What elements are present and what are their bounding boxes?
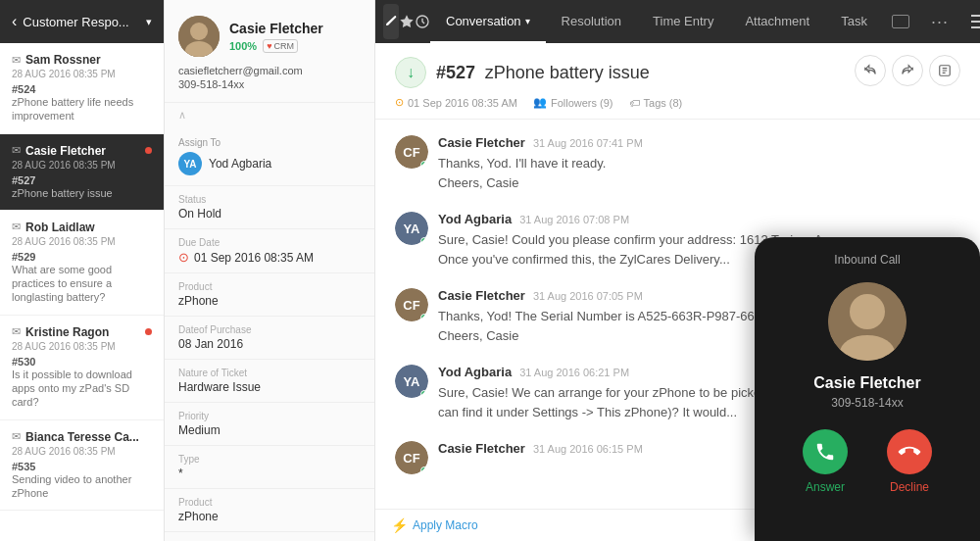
msg-avatar: CF	[395, 135, 428, 169]
ticket-number: #527	[12, 174, 152, 186]
call-buttons: Answer Decline	[803, 429, 932, 494]
contact-header: Casie Fletcher 100% ♥ CRM casiefletcherr…	[165, 0, 374, 103]
svg-rect-4	[971, 15, 980, 17]
inbound-call-overlay: Inbound Call Casie Fletcher 309-518-14xx…	[755, 237, 980, 541]
svg-rect-5	[971, 21, 980, 23]
product2-value: zPhone	[178, 510, 361, 523]
mail-icon: ✉	[12, 430, 21, 443]
tab-task[interactable]: Task	[825, 0, 883, 43]
list-item[interactable]: ✉ Kristine Ragon 28 AUG 2016 08:35 PM #5…	[0, 316, 164, 420]
product-label: Product	[178, 281, 361, 292]
more-options-btn[interactable]: ···	[922, 4, 957, 39]
status-section: Status On Hold	[165, 186, 374, 229]
msg-time: 31 Aug 2016 07:08 PM	[519, 214, 629, 225]
macro-icon: ⚡	[391, 517, 408, 533]
msg-time: 31 Aug 2016 06:15 PM	[533, 443, 643, 455]
status-value: On Hold	[178, 207, 361, 221]
middle-panel: Casie Fletcher 100% ♥ CRM casiefletcherr…	[165, 0, 375, 541]
answer-icon	[803, 429, 848, 474]
status-label: Status	[178, 194, 361, 205]
star-icon-btn[interactable]	[399, 4, 415, 39]
ticket-subject: What are some good practices to ensure a…	[12, 263, 152, 305]
svg-point-9	[850, 294, 885, 329]
product2-label: Product	[178, 497, 361, 508]
list-item[interactable]: ✉ Casie Fletcher 28 AUG 2016 08:35 PM #5…	[0, 134, 164, 211]
msg-author: Yod Agbaria	[438, 365, 512, 379]
product-value: zPhone	[178, 294, 361, 308]
sidebar-title: Customer Respo...	[23, 15, 140, 29]
assignee-name: Yod Agbaria	[209, 157, 271, 171]
decline-icon	[887, 429, 932, 474]
sidebar-dropdown-icon[interactable]: ▾	[146, 16, 152, 28]
ticket-number: #529	[12, 251, 152, 263]
history-icon-btn[interactable]	[415, 4, 430, 39]
nature-label: Nature of Ticket	[178, 368, 361, 378]
online-status-dot	[420, 390, 428, 398]
msg-time: 31 Aug 2016 07:05 PM	[533, 290, 643, 302]
online-status-dot	[420, 314, 428, 321]
status-dot	[145, 147, 152, 154]
crm-badge: ♥ CRM	[263, 39, 298, 53]
pencil-icon-btn[interactable]	[383, 4, 399, 39]
top-nav: Conversation ▾ Resolution Time Entry Att…	[375, 0, 980, 43]
sidebar-left: ‹ Customer Respo... ▾ ✉ Sam Rossner 28 A…	[0, 0, 165, 541]
tab-time-entry[interactable]: Time Entry	[637, 0, 729, 43]
msg-time: 31 Aug 2016 06:21 PM	[519, 367, 629, 378]
ticket-subject: Is it possible to download apps onto my …	[12, 368, 152, 410]
msg-text: Thanks, Yod. I'll have it ready.Cheers, …	[438, 154, 960, 192]
ticket-date: ⊙ 01 Sep 2016 08:35 AM	[395, 96, 517, 109]
customer-list: ✉ Sam Rossner 28 AUG 2016 08:35 PM #524 …	[0, 43, 164, 541]
customer-date: 28 AUG 2016 08:35 PM	[12, 341, 152, 352]
due-date-section: Due Date ⊙ 01 Sep 2016 08:35 AM	[165, 229, 374, 273]
assign-to-label: Assign To	[178, 137, 361, 148]
hamburger-icon-btn[interactable]	[961, 4, 980, 39]
list-item[interactable]: ✉ Rob Laidlaw 28 AUG 2016 08:35 PM #529 …	[0, 211, 164, 316]
mail-icon: ✉	[12, 325, 21, 338]
msg-author: Casie Fletcher	[438, 288, 525, 303]
customer-name: Casie Fletcher	[25, 144, 106, 158]
due-date-value: ⊙ 01 Sep 2016 08:35 AM	[178, 250, 361, 265]
ticket-subject: zPhone battery issue	[12, 186, 152, 200]
answer-call-button[interactable]: Answer	[803, 429, 848, 494]
due-date-label: Due Date	[178, 237, 361, 248]
svg-rect-6	[971, 26, 980, 28]
tab-attachment[interactable]: Attachment	[729, 0, 825, 43]
ticket-tags: 🏷 Tags (8)	[629, 97, 683, 109]
tab-resolution[interactable]: Resolution	[546, 0, 637, 43]
message-item: CF Casie Fletcher 31 Aug 2016 07:41 PM T…	[395, 135, 960, 192]
msg-avatar: CF	[395, 441, 428, 474]
contact-avatar	[178, 16, 220, 57]
list-item[interactable]: ✉ Sam Rossner 28 AUG 2016 08:35 PM #524 …	[0, 43, 164, 134]
priority-label: Priority	[178, 411, 361, 421]
ticket-subject: Sending video to another zPhone	[12, 472, 152, 501]
back-arrow-icon[interactable]: ‹	[12, 13, 17, 30]
ticket-actions	[855, 55, 960, 86]
customer-name: Rob Laidlaw	[25, 221, 95, 234]
svg-point-1	[190, 23, 208, 40]
msg-avatar: CF	[395, 288, 428, 321]
list-item[interactable]: ✉ Bianca Teresse Ca... 28 AUG 2016 08:35…	[0, 420, 164, 512]
grid-icon-btn[interactable]	[883, 4, 918, 39]
date-of-purchase2-section: Date of Purchase 08 Jan 2016	[165, 532, 374, 541]
forward-btn[interactable]	[892, 55, 923, 86]
tab-conversation[interactable]: Conversation ▾	[430, 0, 546, 43]
date-of-purchase-section: Dateof Purchase 08 Jan 2016	[165, 317, 374, 360]
assignee-avatar: YA	[178, 152, 202, 175]
apply-macro-button[interactable]: ⚡ Apply Macro	[391, 517, 478, 533]
decline-call-button[interactable]: Decline	[887, 429, 932, 494]
sidebar-header[interactable]: ‹ Customer Respo... ▾	[0, 0, 164, 43]
chevron-down-icon: ▾	[525, 16, 530, 26]
reply-all-btn[interactable]	[855, 55, 886, 86]
date-of-purchase-value: 08 Jan 2016	[178, 337, 361, 351]
msg-author: Casie Fletcher	[438, 135, 525, 150]
date-of-purchase-label: Dateof Purchase	[178, 324, 361, 335]
contact-score: 100%	[229, 40, 257, 52]
apply-macro-label: Apply Macro	[413, 518, 478, 532]
note-btn[interactable]	[929, 55, 960, 86]
customer-date: 28 AUG 2016 08:35 PM	[12, 69, 152, 79]
mail-icon: ✉	[12, 221, 21, 233]
ticket-meta: ⊙ 01 Sep 2016 08:35 AM 👥 Followers (9) 🏷…	[395, 96, 960, 109]
ticket-id: #527	[436, 63, 475, 82]
expand-icon[interactable]: ∧	[165, 103, 374, 127]
call-caller-name: Casie Fletcher	[813, 374, 920, 392]
